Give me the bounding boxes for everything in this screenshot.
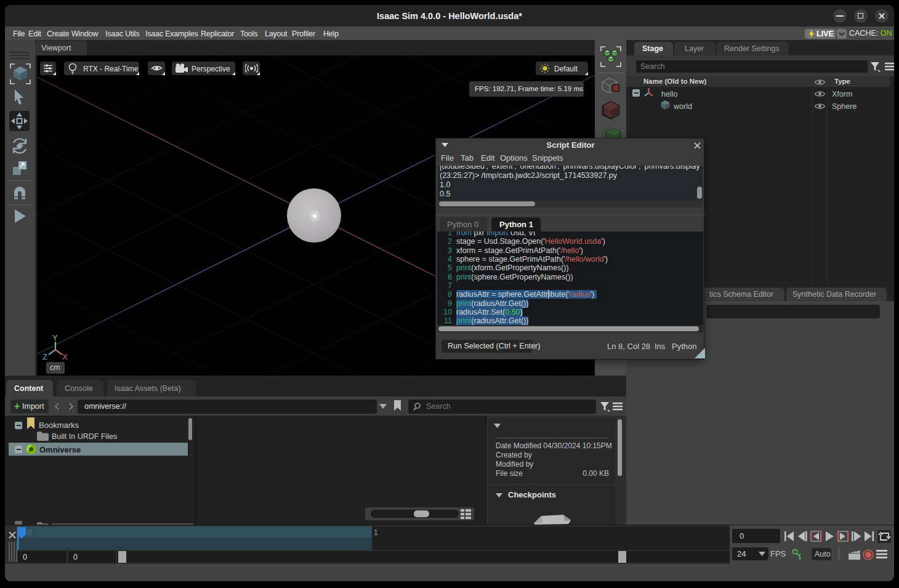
svg-text:Y: Y — [52, 333, 58, 342]
svg-text:X: X — [62, 352, 68, 361]
svg-text:Z: Z — [42, 352, 47, 361]
